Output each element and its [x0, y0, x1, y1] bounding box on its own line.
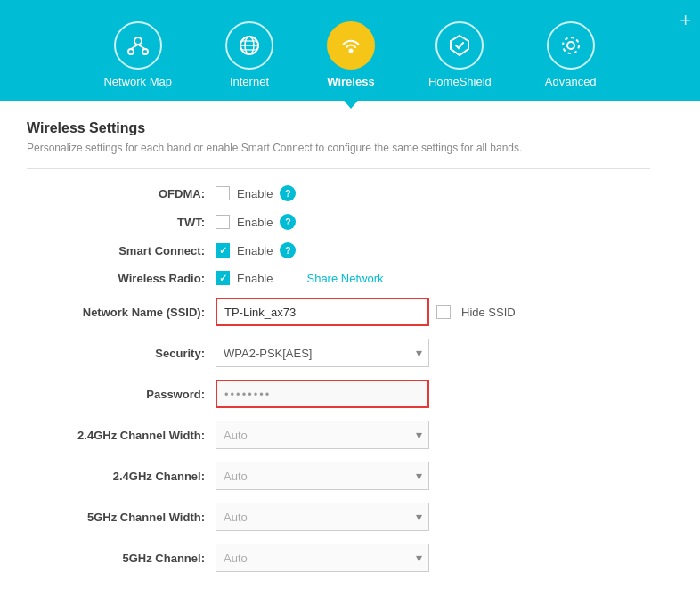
channel-5-value: Auto ▾	[216, 544, 650, 572]
svg-point-11	[567, 42, 574, 49]
homeshield-icon	[435, 21, 484, 70]
channel-5-row: 5GHz Channel: Auto ▾	[27, 544, 650, 572]
internet-icon	[225, 21, 273, 70]
svg-line-4	[138, 45, 145, 49]
password-row: Password:	[27, 380, 650, 408]
channel-24-select[interactable]: Auto	[216, 462, 429, 490]
nav-item-advanced[interactable]: Advanced	[518, 12, 623, 97]
channel-24-row: 2.4GHz Channel: Auto ▾	[27, 462, 650, 490]
wireless-radio-enable-label: Enable	[237, 272, 273, 285]
twt-label: TWT:	[27, 216, 205, 229]
channel-width-5-value: Auto ▾	[216, 503, 650, 531]
nav-label-internet: Internet	[230, 75, 269, 88]
password-label: Password:	[27, 388, 205, 401]
smart-connect-checkbox[interactable]	[216, 243, 230, 258]
smart-connect-value: Enable ?	[216, 242, 650, 258]
channel-width-5-row: 5GHz Channel Width: Auto ▾	[27, 503, 650, 531]
channel-width-5-select[interactable]: Auto	[216, 503, 429, 531]
password-input[interactable]	[216, 380, 429, 408]
network-name-value-container: Hide SSID	[216, 298, 650, 326]
nav-item-internet[interactable]: Internet	[199, 12, 300, 97]
smart-connect-enable-label: Enable	[237, 244, 273, 258]
channel-5-select-wrapper: Auto ▾	[216, 544, 429, 572]
nav-label-homeshield: HomeShield	[428, 75, 492, 88]
security-label: Security:	[27, 347, 205, 360]
password-value-container	[216, 380, 650, 408]
add-button[interactable]: +	[680, 9, 691, 32]
network-name-input[interactable]	[216, 298, 429, 326]
smart-connect-label: Smart Connect:	[27, 244, 205, 258]
twt-value: Enable ?	[216, 214, 650, 230]
smart-connect-row: Smart Connect: Enable ?	[27, 242, 650, 258]
nav-label-network-map: Network Map	[103, 75, 172, 88]
nav-item-network-map[interactable]: Network Map	[77, 12, 199, 97]
security-select-wrapper: WPA2-PSK[AES] ▾	[216, 339, 429, 367]
hide-ssid-label: Hide SSID	[461, 306, 516, 319]
smart-connect-help-icon[interactable]: ?	[280, 242, 296, 258]
channel-width-24-select-wrapper: Auto ▾	[216, 421, 429, 449]
channel-width-5-select-wrapper: Auto ▾	[216, 503, 429, 531]
nav-label-wireless: Wireless	[327, 75, 374, 88]
top-navigation: Network Map Internet Wireless	[0, 0, 700, 101]
svg-point-10	[348, 49, 353, 53]
ofdma-checkbox[interactable]	[216, 186, 230, 200]
ofdma-enable-label: Enable	[237, 187, 273, 200]
svg-point-2	[142, 49, 148, 54]
network-name-label: Network Name (SSID):	[27, 306, 205, 319]
channel-width-24-select[interactable]: Auto	[216, 421, 429, 449]
twt-row: TWT: Enable ?	[27, 214, 650, 230]
channel-width-24-row: 2.4GHz Channel Width: Auto ▾	[27, 421, 650, 449]
hide-ssid-checkbox[interactable]	[436, 305, 451, 319]
advanced-icon	[547, 21, 595, 70]
svg-point-1	[128, 49, 134, 54]
wireless-icon	[327, 21, 375, 70]
network-name-row: Network Name (SSID): Hide SSID	[27, 298, 650, 326]
nav-item-homeshield[interactable]: HomeShield	[402, 12, 518, 97]
page-title: Wireless Settings	[27, 120, 650, 136]
share-network-link[interactable]: Share Network	[306, 272, 383, 285]
nav-item-wireless[interactable]: Wireless	[300, 12, 402, 97]
security-row: Security: WPA2-PSK[AES] ▾	[27, 339, 650, 367]
twt-enable-label: Enable	[237, 216, 273, 229]
ofdma-row: OFDMA: Enable ?	[27, 185, 650, 201]
network-map-icon	[114, 21, 162, 70]
channel-width-24-value: Auto ▾	[216, 421, 650, 449]
security-value-container: WPA2-PSK[AES] ▾	[216, 339, 650, 367]
wireless-radio-row: Wireless Radio: Enable Share Network	[27, 271, 650, 285]
svg-line-3	[131, 45, 138, 49]
channel-width-5-label: 5GHz Channel Width:	[27, 511, 205, 524]
channel-24-select-wrapper: Auto ▾	[216, 462, 429, 490]
channel-width-24-label: 2.4GHz Channel Width:	[27, 429, 205, 442]
svg-point-0	[134, 37, 142, 45]
wireless-radio-label: Wireless Radio:	[27, 272, 205, 285]
channel-5-select[interactable]: Auto	[216, 544, 429, 572]
ofdma-value: Enable ?	[216, 185, 650, 201]
wireless-settings-form: Wireless Settings Personalize settings f…	[27, 120, 650, 572]
twt-help-icon[interactable]: ?	[280, 214, 296, 230]
wireless-radio-checkbox[interactable]	[216, 271, 230, 285]
divider	[27, 168, 650, 169]
nav-label-advanced: Advanced	[545, 75, 597, 88]
security-select[interactable]: WPA2-PSK[AES]	[216, 339, 429, 367]
channel-24-label: 2.4GHz Channel:	[27, 470, 205, 483]
ofdma-label: OFDMA:	[27, 187, 205, 200]
twt-checkbox[interactable]	[216, 215, 230, 229]
channel-5-label: 5GHz Channel:	[27, 552, 205, 565]
main-content: Wireless Settings Personalize settings f…	[0, 101, 700, 597]
wireless-radio-value: Enable Share Network	[216, 271, 650, 285]
ofdma-help-icon[interactable]: ?	[280, 185, 296, 201]
page-subtitle: Personalize settings for each band or en…	[27, 142, 650, 154]
channel-24-value: Auto ▾	[216, 462, 650, 490]
svg-point-12	[563, 37, 579, 53]
